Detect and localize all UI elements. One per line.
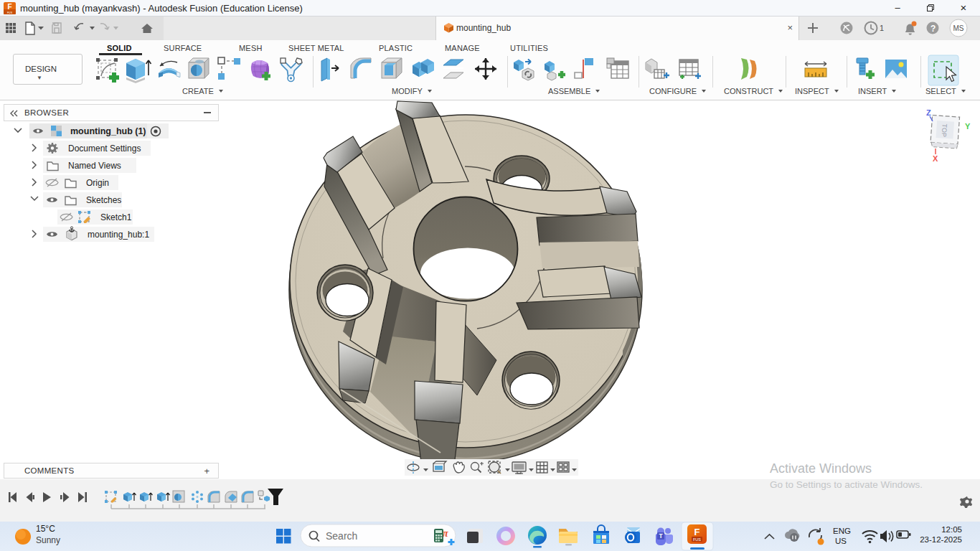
svg-text:23-12-2025: 23-12-2025	[920, 535, 962, 544]
svg-text:π: π	[443, 528, 448, 539]
svg-text:Z: Z	[926, 108, 931, 117]
svg-text:FUS: FUS	[693, 537, 701, 542]
svg-text:12:05: 12:05	[941, 525, 962, 534]
svg-text:T: T	[659, 532, 663, 540]
svg-text:mounting_hub (1): mounting_hub (1)	[70, 126, 146, 136]
svg-text:Y: Y	[965, 122, 971, 131]
svg-text:Named Views: Named Views	[68, 161, 121, 171]
svg-text:Document Settings: Document Settings	[68, 143, 141, 154]
svg-text:Sketches: Sketches	[86, 195, 121, 205]
svg-text:X: X	[933, 154, 938, 163]
svg-text:ENG: ENG	[833, 527, 851, 535]
svg-text:mounting_hub:1: mounting_hub:1	[88, 230, 149, 240]
svg-text:TOP: TOP	[941, 123, 948, 137]
svg-text:Search: Search	[326, 530, 357, 542]
svg-text:Origin: Origin	[86, 178, 109, 188]
svg-text:F: F	[694, 527, 700, 537]
svg-text:US: US	[835, 537, 847, 545]
svg-text:Sketch1: Sketch1	[100, 212, 132, 222]
